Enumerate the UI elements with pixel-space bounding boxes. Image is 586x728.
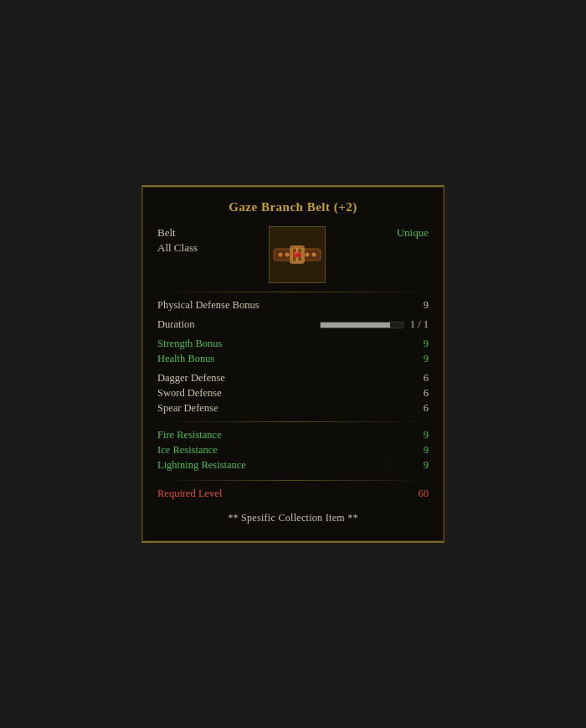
fire-resistance-label: Fire Resistance (157, 429, 222, 441)
sword-defense-label: Sword Defense (157, 387, 222, 400)
svg-point-7 (312, 253, 316, 256)
spear-defense-value: 6 (424, 402, 429, 415)
duration-fill (321, 323, 390, 328)
required-level-row: Required Level 60 (157, 488, 429, 500)
svg-point-6 (306, 253, 309, 256)
ice-resistance-value: 9 (424, 444, 429, 457)
item-type: Belt (157, 226, 198, 240)
fire-resistance-row: Fire Resistance 9 (157, 429, 429, 441)
health-bonus-label: Health Bonus (157, 353, 214, 365)
spear-defense-row: Spear Defense 6 (157, 402, 429, 415)
collection-footer: ** Spesific Collection Item ** (157, 512, 429, 524)
divider-1 (157, 292, 429, 292)
divider-2 (157, 421, 429, 422)
physical-defense-value: 9 (424, 299, 429, 312)
duration-bar-container: 1 / 1 (320, 318, 429, 331)
duration-label: Duration (157, 318, 194, 331)
item-rarity: Unique (397, 226, 429, 240)
ice-resistance-label: Ice Resistance (157, 444, 218, 457)
strength-bonus-row: Strength Bonus 9 (157, 338, 429, 350)
duration-bar (320, 322, 404, 328)
lightning-resistance-value: 9 (424, 459, 429, 472)
ice-resistance-row: Ice Resistance 9 (157, 444, 429, 457)
dagger-defense-label: Dagger Defense (157, 372, 225, 385)
required-level-label: Required Level (157, 488, 222, 500)
item-class: All Class (157, 241, 198, 255)
svg-point-5 (285, 253, 289, 256)
health-bonus-row: Health Bonus 9 (157, 353, 429, 365)
required-level-value: 60 (419, 488, 429, 500)
divider-3 (157, 480, 429, 481)
lightning-resistance-row: Lightning Resistance 9 (157, 459, 429, 472)
item-type-block: Belt All Class (157, 226, 198, 255)
dagger-defense-value: 6 (424, 372, 429, 385)
sword-defense-value: 6 (424, 387, 429, 400)
svg-point-9 (295, 253, 297, 255)
fire-resistance-value: 9 (424, 429, 429, 441)
item-header: Belt All Class (157, 226, 429, 283)
strength-bonus-label: Strength Bonus (157, 338, 222, 350)
lightning-resistance-label: Lightning Resistance (157, 459, 246, 472)
item-title: Gaze Branch Belt (+2) (157, 200, 429, 214)
item-card: Gaze Branch Belt (+2) Belt All Class (141, 185, 445, 543)
belt-svg-icon (272, 237, 322, 272)
physical-defense-label: Physical Defense Bonus (157, 299, 260, 312)
duration-row: Duration 1 / 1 (157, 318, 429, 331)
strength-bonus-value: 9 (424, 338, 429, 350)
spear-defense-label: Spear Defense (157, 402, 218, 415)
item-image (269, 226, 326, 283)
physical-defense-row: Physical Defense Bonus 9 (157, 299, 429, 312)
dagger-defense-row: Dagger Defense 6 (157, 372, 429, 385)
sword-defense-row: Sword Defense 6 (157, 387, 429, 400)
health-bonus-value: 9 (424, 353, 429, 365)
svg-point-8 (294, 252, 301, 257)
svg-point-4 (279, 253, 282, 256)
duration-value: 1 / 1 (410, 318, 429, 331)
